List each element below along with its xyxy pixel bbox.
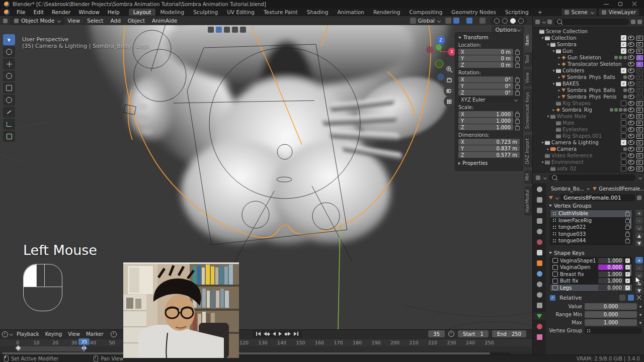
lock-icon[interactable]	[515, 120, 520, 124]
mode-dropdown[interactable]: Object Mode	[11, 17, 64, 25]
disclosure-open-icon[interactable]: ▾	[540, 140, 545, 145]
timeline-menu-view[interactable]: View	[65, 331, 83, 337]
outliner-row-scene-collection[interactable]: Scene Collection	[533, 28, 644, 35]
outliner-row-bakes[interactable]: ▾BAKES✓	[533, 80, 644, 87]
properties-tab-physics[interactable]	[533, 291, 545, 299]
workspace-tab-uv-editing[interactable]: UV Editing	[222, 9, 259, 16]
vertex-group-lowerfacerig[interactable]: lowerFaceRig	[550, 217, 632, 224]
vertex-group-tongue022[interactable]: tongue022	[550, 224, 632, 231]
shape-key-mute-checkbox[interactable]: ✓	[625, 265, 630, 269]
hide-viewport-icon[interactable]	[628, 114, 634, 119]
zoom-button[interactable]	[444, 64, 455, 75]
timeline-menu-keying[interactable]: Keying	[42, 331, 65, 337]
add-vertex-group-button[interactable]: +	[635, 210, 643, 216]
editor-type-icon[interactable]	[3, 19, 8, 23]
rotation-y-field[interactable]: Y0°	[458, 83, 513, 89]
filter-funnel-icon[interactable]	[631, 20, 635, 24]
rotation-x-field[interactable]: X0°	[458, 76, 513, 82]
scale-tool[interactable]	[3, 82, 15, 94]
viewport-menu-add[interactable]: Add	[107, 18, 124, 24]
start-frame-field[interactable]: Start1	[458, 330, 489, 337]
datablock-name-field[interactable]: Genesis8Female.001	[560, 194, 635, 201]
lock-icon[interactable]	[515, 57, 520, 61]
disclosure-open-icon[interactable]: ▾	[540, 36, 545, 40]
outliner-display-mode-icon[interactable]	[535, 20, 540, 24]
workspace-tab-scripting[interactable]: Scripting	[501, 9, 533, 16]
sidebar-tab-tool[interactable]: Tool	[524, 52, 532, 66]
remove-vertex-group-button[interactable]: –	[635, 217, 643, 224]
vertex-group-field[interactable]	[585, 327, 641, 334]
select-box-tool[interactable]	[3, 34, 15, 45]
outliner-row-camera[interactable]: ▸Camera	[533, 146, 644, 152]
outliner-row-camera-lighting[interactable]: ▾Camera & Lighting✓	[533, 139, 644, 146]
disable-render-icon[interactable]	[636, 140, 643, 145]
magnet-icon[interactable]	[453, 18, 459, 24]
lock-icon[interactable]	[515, 78, 520, 82]
shading-mode-switch[interactable]	[491, 17, 527, 25]
outliner-row-sofa-02[interactable]: sofa_02	[533, 165, 644, 172]
scrollbar[interactable]	[630, 264, 631, 276]
lock-icon[interactable]	[625, 226, 630, 230]
outliner-row-gun-skeleton[interactable]: ▸Gun Skeleton	[533, 54, 644, 61]
workspace-tab-compositing[interactable]: Compositing	[405, 9, 447, 16]
hide-viewport-icon[interactable]	[628, 121, 634, 125]
properties-tab-tool[interactable]	[533, 186, 545, 193]
hide-viewport-icon[interactable]	[628, 42, 634, 47]
outliner-row-environment[interactable]: ▾Environment	[533, 159, 644, 165]
measure-tool[interactable]	[3, 119, 15, 130]
outliner-row-whole-male[interactable]: ▾Whole Male	[533, 113, 644, 120]
rotation-mode-dropdown[interactable]: XYZ Euler	[458, 97, 520, 103]
scene-selector[interactable]: Scene	[561, 9, 597, 16]
vertex-group-tongue033[interactable]: tongue033	[550, 231, 632, 238]
disclosure-closed-icon[interactable]: ▸	[557, 95, 561, 99]
relative-checkbox[interactable]: ✓	[550, 295, 555, 301]
outliner-checkbox[interactable]: ✓	[621, 68, 626, 73]
dimensions-z-field[interactable]: Z0.577 m	[458, 152, 520, 158]
vertex-group-tongue044[interactable]: tongue044	[550, 237, 632, 244]
shape-key-value[interactable]: 1.000	[598, 258, 623, 263]
shape-key-breast-fix[interactable]: Breast fix1.000✓	[550, 271, 632, 278]
lock-icon[interactable]	[625, 212, 630, 216]
disclosure-open-icon[interactable]: ▾	[551, 68, 556, 73]
prev-keyframe-button[interactable]	[264, 332, 270, 336]
vertex-groups-panel-header[interactable]: Vertex Groups	[546, 202, 644, 210]
outliner-checkbox[interactable]	[621, 166, 626, 171]
scale-y-field[interactable]: Y1.000	[458, 118, 513, 124]
value-field[interactable]: 0.000	[585, 303, 637, 310]
shape-key-value[interactable]: 0.000	[598, 264, 623, 270]
add-shape-key-button[interactable]: +	[635, 257, 643, 263]
menu-render[interactable]: Render	[48, 9, 74, 15]
outliner-row-sombra-rig[interactable]: ▸Sombra_Rig	[533, 107, 644, 113]
outliner-checkbox[interactable]	[621, 133, 626, 139]
rotate-tool[interactable]	[3, 70, 15, 81]
minimize-icon[interactable]	[604, 2, 609, 7]
hide-viewport-icon[interactable]	[628, 68, 634, 73]
outliner-row-eyelashes[interactable]: Eyelashes	[533, 126, 644, 133]
outliner-row-sombra-phys-balls[interactable]: ▸Sombra_Phys_Balls	[533, 87, 644, 94]
outliner-row-rig-shapes-001[interactable]: Rig Shapes.001	[533, 133, 644, 139]
timeline-editor-icon[interactable]	[2, 331, 8, 337]
menu-help[interactable]: Help	[104, 9, 124, 15]
cursor-tool[interactable]	[3, 46, 15, 57]
properties-tab-modifiers[interactable]	[533, 270, 545, 278]
disable-render-icon[interactable]	[636, 108, 643, 113]
select-mode-icon[interactable]	[216, 27, 222, 33]
pin-icon[interactable]	[619, 295, 625, 301]
hide-viewport-icon[interactable]	[628, 160, 634, 164]
properties-tab-texture[interactable]	[533, 333, 545, 341]
properties-tab-output[interactable]	[533, 207, 545, 214]
properties-tab-constraints[interactable]	[533, 302, 545, 309]
outliner-checkbox[interactable]	[621, 127, 626, 132]
outliner-checkbox[interactable]	[621, 153, 626, 158]
hide-viewport-icon[interactable]	[628, 55, 634, 60]
pan-button[interactable]	[444, 75, 455, 86]
end-frame-field[interactable]: End250	[492, 330, 526, 337]
maximize-icon[interactable]	[618, 2, 623, 7]
sidebar-tab-view[interactable]: View	[524, 69, 532, 86]
move-tool[interactable]	[3, 58, 15, 69]
disclosure-closed-icon[interactable]: ▸	[557, 75, 561, 79]
outliner-checkbox[interactable]	[621, 101, 626, 106]
annotate-tool[interactable]	[3, 107, 15, 118]
move-shape-key-down-button[interactable]: ▼	[635, 287, 643, 294]
hide-viewport-icon[interactable]	[628, 153, 634, 158]
